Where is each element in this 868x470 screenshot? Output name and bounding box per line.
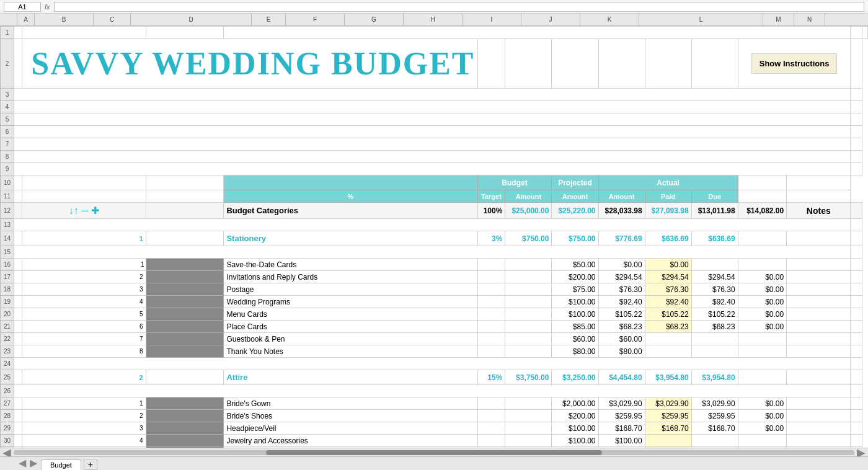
cell-a-title bbox=[14, 39, 22, 89]
s1-name: Save-the-Date Cards bbox=[224, 259, 477, 271]
col-header-d[interactable]: D bbox=[131, 14, 252, 25]
column-header-row: A B C D E F G H I J K L M N bbox=[0, 14, 868, 26]
budget-categories-label: Budget Categories bbox=[224, 203, 477, 219]
s1-proj: $0.00 bbox=[598, 259, 645, 271]
app-title: SAVVY WEDDING BUDGET bbox=[25, 45, 474, 82]
cell-h-title bbox=[598, 39, 645, 89]
cell-f-title bbox=[505, 39, 552, 89]
row-stationery-6: 21 6 Place Cards $85.00 $68.23 $68.23 $6… bbox=[1, 321, 868, 333]
row-1: 1 bbox=[1, 27, 868, 39]
cat1-proj: $776.69 bbox=[598, 231, 645, 246]
s1-actual: $0.00 bbox=[645, 259, 691, 271]
s2-name: Invitations and Reply Cards bbox=[224, 271, 477, 283]
category-attire-row: 25 2 Attire 15% $3,750.00 $3,250.00 $4,4… bbox=[1, 370, 868, 385]
totals-row: 12 ↓↑ ─ ✚ Budget Categories 100% $25,000… bbox=[1, 203, 868, 219]
cell-d1 bbox=[224, 27, 851, 39]
col-header-k[interactable]: K bbox=[580, 14, 639, 25]
name-box[interactable] bbox=[4, 2, 41, 12]
total-proj: $28,033.98 bbox=[598, 203, 645, 219]
tab-scroll-left[interactable]: ◀ bbox=[19, 457, 26, 469]
col-target-header: Target bbox=[477, 190, 505, 203]
total-target: $25,000.00 bbox=[505, 203, 552, 219]
show-instructions-button[interactable]: Show Instructions bbox=[751, 53, 838, 74]
cell-b1 bbox=[22, 27, 146, 39]
tab-scroll-right[interactable]: ▶ bbox=[30, 457, 37, 469]
row-attire-1: 27 1 Bride's Gown $2,000.00 $3,029.90 $3… bbox=[1, 397, 868, 410]
sheet-tabs-row: ◀ ▶ Budget + bbox=[0, 456, 868, 470]
cell-e-title bbox=[477, 39, 505, 89]
row-attire-4: 30 4 Jewelry and Accessories $100.00 $10… bbox=[1, 435, 868, 447]
col-header-g[interactable]: G bbox=[345, 14, 404, 25]
s1-due bbox=[738, 259, 787, 271]
cat1-notes bbox=[787, 231, 851, 246]
total-percent: 100% bbox=[477, 203, 505, 219]
cat1-amount: $750.00 bbox=[552, 231, 598, 246]
row-26: 26 bbox=[1, 385, 868, 397]
col-header-i[interactable]: I bbox=[463, 14, 521, 25]
formula-input[interactable] bbox=[54, 2, 864, 12]
row-24: 24 bbox=[1, 358, 868, 370]
col-actual-amount-header: Amount bbox=[598, 190, 645, 203]
projected-header-label: Projected bbox=[552, 175, 598, 190]
formula-bar: fx bbox=[0, 0, 868, 14]
s1-gray bbox=[146, 259, 224, 271]
col-header-f[interactable]: F bbox=[286, 14, 345, 25]
s1-paid bbox=[691, 259, 738, 271]
cell-l1 bbox=[851, 27, 862, 39]
row-stationery-1: 16 1 Save-the-Date Cards $50.00 $0.00 $0… bbox=[1, 259, 868, 271]
title-row: 2 SAVVY WEDDING BUDGET Show Instructions bbox=[1, 39, 868, 89]
col-percent-header: % bbox=[224, 190, 477, 203]
cell-k-title: Show Instructions bbox=[738, 39, 851, 89]
category-stationery-row: 14 1 Stationery 3% $750.00 $750.00 $776.… bbox=[1, 231, 868, 246]
col-header-n[interactable]: N bbox=[794, 14, 825, 25]
col-header-l[interactable]: L bbox=[639, 14, 763, 25]
col-header-c[interactable]: C bbox=[94, 14, 131, 25]
row-7: 7 bbox=[1, 138, 868, 151]
col-header-a[interactable]: A bbox=[17, 14, 35, 25]
row-3: 3 bbox=[1, 89, 868, 101]
cat1-due bbox=[738, 231, 787, 246]
col-header-j[interactable]: J bbox=[521, 14, 580, 25]
total-paid: $13,011.98 bbox=[691, 203, 738, 219]
budget-tab[interactable]: Budget bbox=[41, 459, 81, 470]
col-paid-header: Paid bbox=[645, 190, 691, 203]
cat1-percent: 3% bbox=[477, 231, 505, 246]
add-sheet-button[interactable]: + bbox=[84, 459, 97, 470]
s1-notes bbox=[787, 259, 851, 271]
row-stationery-5: 20 5 Menu Cards $100.00 $105.22 $105.22 … bbox=[1, 308, 868, 321]
rownum-2-8: 2 bbox=[1, 39, 14, 89]
cell-m1 bbox=[862, 27, 868, 39]
scrollbar-thumb[interactable] bbox=[266, 450, 602, 455]
main-area: 1 2 SAVVY WEDDING BUDGET bbox=[0, 26, 868, 448]
cat1-name: Stationery bbox=[224, 231, 477, 246]
fx-label: fx bbox=[45, 3, 50, 11]
col-amount-header: Amount bbox=[505, 190, 552, 203]
row-5: 5 bbox=[1, 113, 868, 126]
cell-j-title bbox=[691, 39, 738, 89]
cell-i-title bbox=[645, 39, 691, 89]
s1-num: 1 bbox=[22, 259, 146, 271]
total-due: $14,082.00 bbox=[738, 203, 787, 219]
cell-title: SAVVY WEDDING BUDGET bbox=[22, 39, 477, 89]
total-amount: $25,220.00 bbox=[552, 203, 598, 219]
horizontal-scrollbar[interactable]: ◀ ▶ bbox=[0, 448, 868, 456]
col-header-m[interactable]: M bbox=[763, 14, 794, 25]
notes-header: Notes bbox=[787, 203, 851, 219]
row-15: 15 bbox=[1, 246, 868, 259]
row-6: 6 bbox=[1, 126, 868, 138]
cell-a1 bbox=[14, 27, 22, 39]
cat1-target: $750.00 bbox=[505, 231, 552, 246]
col-header-b[interactable]: B bbox=[35, 14, 94, 25]
row-11-subheader: 11 % Target Amount Amount Amount Paid Du… bbox=[1, 190, 868, 203]
nav-arrows: ↓↑ ─ ✚ bbox=[22, 203, 146, 219]
row-13: 13 bbox=[1, 219, 868, 231]
col-header-h[interactable]: H bbox=[404, 14, 463, 25]
col-proj-amount-header: Amount bbox=[552, 190, 598, 203]
budget-header-label: Budget bbox=[477, 175, 552, 190]
row-8: 8 bbox=[1, 151, 868, 163]
row-stationery-8: 23 8 Thank You Notes $80.00 $80.00 bbox=[1, 345, 868, 358]
row-9: 9 bbox=[1, 163, 868, 175]
actual-header-label: Actual bbox=[598, 175, 738, 190]
col-header-e[interactable]: E bbox=[252, 14, 286, 25]
s1-amount: $50.00 bbox=[552, 259, 598, 271]
